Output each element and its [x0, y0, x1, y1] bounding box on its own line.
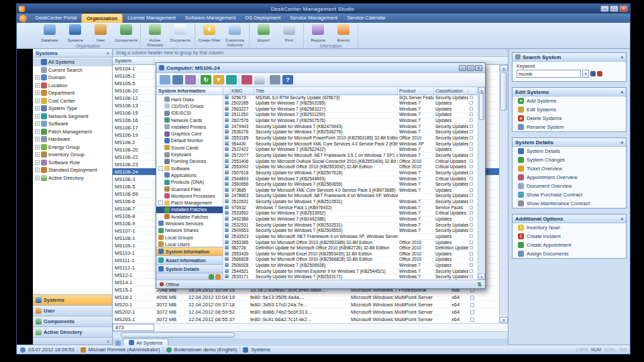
patch-checkbox[interactable] — [470, 136, 473, 139]
system-row-ms18-1[interactable]: MS18-14096 MB12.04.2012 10:04:19fe80::5e… — [113, 294, 499, 301]
patch-column-header-blank[interactable] — [223, 87, 230, 95]
patch-checkbox[interactable] — [470, 107, 473, 111]
patch-checkbox[interactable] — [470, 269, 473, 273]
tree-item-active-directory[interactable]: +Active Directory — [33, 174, 112, 182]
dialog-tree-pointing-devices[interactable]: Pointing Devices — [156, 158, 223, 165]
patch-checkbox[interactable] — [470, 182, 473, 186]
expand-icon[interactable]: + — [35, 152, 40, 157]
tab-organization[interactable]: Organization — [81, 13, 123, 23]
action-create-appointment[interactable]: Create Appointment — [513, 241, 626, 249]
collapse-icon[interactable]: ▴ — [621, 54, 623, 60]
patch-checkbox[interactable] — [470, 142, 473, 145]
dialog-maximize-button[interactable]: □ — [467, 65, 474, 71]
patch-checkbox[interactable] — [470, 217, 473, 221]
expand-icon[interactable]: + — [35, 75, 40, 80]
run-search-icon[interactable] — [590, 71, 596, 76]
expand-icon[interactable]: + — [35, 160, 40, 165]
patch-checkbox[interactable] — [470, 171, 473, 174]
ribbon-database-button[interactable]: Database — [38, 23, 62, 43]
keyword-dropdown-icon[interactable]: ▾ — [582, 70, 589, 78]
scroll-up-icon[interactable]: ▲ — [500, 65, 508, 71]
dialog-tree-local-groups[interactable]: Local Groups — [156, 234, 223, 241]
expand-icon[interactable]: - — [158, 166, 163, 171]
tree-item-software-rule[interactable]: +Software Rule — [33, 159, 112, 167]
dialog-scroll-thumb[interactable] — [479, 93, 484, 120]
dialog-tree-network-cards[interactable]: Network Cards — [156, 117, 223, 123]
expand-icon[interactable]: + — [35, 137, 40, 141]
expand-icon[interactable]: + — [35, 168, 40, 172]
tree-item-energy-group[interactable]: +Energy Group — [33, 143, 112, 152]
tree-item-current-search[interactable]: Current Search — [33, 66, 112, 74]
dialog-tree-monitored-processes[interactable]: Monitored Processes — [156, 192, 223, 199]
patch-column-header-blank[interactable] — [468, 87, 478, 95]
row-checkbox[interactable] — [470, 318, 474, 322]
toolbar-group-icon[interactable] — [185, 75, 196, 84]
collapse-icon[interactable]: ▴ — [621, 89, 623, 95]
patch-checkbox[interactable] — [470, 241, 473, 244]
ribbon-active-directory-button[interactable]: Active Directory — [143, 23, 167, 48]
dialog-tree-products-dna[interactable]: Products (DNA) — [156, 179, 223, 186]
patch-checkbox[interactable] — [470, 147, 473, 151]
system-row-ms202-1[interactable]: MS202-13072 MB12.04.2012 08:59:52fe80::8… — [113, 308, 499, 316]
dialog-tree-keyboard[interactable]: Keyboard — [156, 151, 223, 158]
dialog-tree-local-users[interactable]: Local Users — [156, 241, 223, 247]
clear-search-icon[interactable] — [597, 71, 602, 76]
tree-item-software[interactable]: +Software — [33, 120, 112, 128]
dialog-scroll-up-icon[interactable]: ▲ — [478, 87, 485, 93]
collapse-icon[interactable]: ▴ — [621, 216, 623, 221]
tab-license-management[interactable]: License Management — [123, 13, 180, 23]
horizontal-scrollbar[interactable] — [113, 331, 508, 339]
search-system-header[interactable]: Search System ▴ — [513, 53, 626, 62]
tree-item-inventory-group[interactable]: +Inventory Group — [33, 151, 112, 159]
tree-item-location[interactable]: +Location — [33, 82, 112, 90]
tab-software-management[interactable]: Software Management — [180, 13, 240, 23]
patch-checkbox[interactable] — [470, 200, 473, 203]
patch-column-header-title[interactable]: Title — [254, 87, 398, 95]
nav-active-directory-button[interactable]: Active Directory — [33, 326, 112, 337]
ribbon-customize-columns-button[interactable]: Customize Columns — [223, 23, 247, 48]
maximize-button[interactable]: □ — [610, 5, 619, 12]
action-show-purchase-contract[interactable]: Show Purchase Contract — [513, 190, 626, 199]
dialog-tree-windows-services[interactable]: Windows Services — [156, 220, 223, 227]
expand-icon[interactable]: + — [35, 114, 40, 119]
patch-checkbox[interactable] — [470, 113, 473, 116]
patch-checkbox[interactable] — [470, 160, 473, 163]
ribbon-reports-button[interactable]: Reports — [306, 23, 330, 43]
all-systems-tab[interactable]: All Systems — [123, 339, 168, 346]
column-header-system[interactable]: System — [113, 57, 154, 64]
ribbon-systems-button[interactable]: Systems — [63, 23, 87, 43]
action-add-systems[interactable]: +Add Systems — [513, 97, 626, 105]
dialog-close-button[interactable]: × — [475, 65, 482, 71]
dialog-nav-system-information-button[interactable]: System Information — [156, 247, 223, 255]
expand-icon[interactable]: + — [35, 83, 40, 88]
tree-item-all-systems[interactable]: All Systems — [33, 58, 112, 66]
dialog-tree-hard-disks[interactable]: Hard Disks — [156, 96, 223, 103]
box-header-additional-options[interactable]: Additional Options▴ — [513, 215, 626, 223]
hscroll-thumb[interactable] — [121, 333, 235, 338]
patch-checkbox[interactable] — [470, 96, 473, 99]
nav-systems-button[interactable]: Systems — [33, 294, 112, 305]
tree-item-patch-management[interactable]: +Patch Management — [33, 128, 112, 136]
action-appointment-overview[interactable]: Appointment Overview — [513, 173, 626, 182]
sidebar-mini-strip[interactable]: » — [33, 337, 112, 345]
toolbar-chart-icon[interactable] — [241, 75, 252, 84]
patch-checkbox[interactable] — [470, 119, 473, 122]
patch-column-header-kbid[interactable]: KBID — [230, 87, 254, 95]
action-rename-system[interactable]: Rename System — [513, 123, 626, 131]
ribbon-events-button[interactable]: Events — [331, 23, 356, 43]
tab-service-management[interactable]: Service Management — [285, 13, 342, 23]
sync-arrows-icon[interactable]: ⇅ — [477, 282, 482, 288]
box-header-edit-systems[interactable]: Edit Systems▴ — [513, 88, 626, 97]
keyword-input[interactable] — [517, 70, 581, 78]
dialog-tree-cd-dvd-drives[interactable]: CD/DVD Drives — [156, 103, 223, 109]
toolbar-help-icon[interactable]: ? — [282, 75, 293, 84]
patch-checkbox[interactable] — [470, 165, 473, 168]
patch-column-header-product[interactable]: Product — [398, 87, 434, 95]
action-inventory-now[interactable]: !Inventory Now! — [513, 223, 626, 232]
patch-checkbox[interactable] — [470, 154, 473, 157]
patch-checkbox[interactable] — [470, 206, 473, 209]
expand-icon[interactable]: + — [35, 99, 40, 103]
dialog-titlebar[interactable]: Computer: MS106-24 – □ × — [156, 63, 485, 73]
tree-item-standard-deployment[interactable]: +Standard Deployment — [33, 166, 112, 174]
toolbar-print-icon[interactable] — [254, 75, 265, 84]
